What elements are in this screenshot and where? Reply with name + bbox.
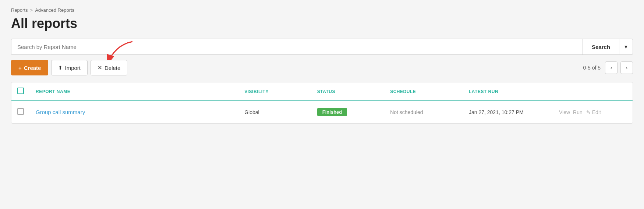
search-button[interactable]: Search [583,39,619,55]
view-action-link[interactable]: View [559,109,570,115]
import-label: Import [65,65,81,71]
row-checkbox[interactable] [17,108,24,115]
delete-x-icon: ✕ [98,64,102,71]
pagination-info: 0-5 of 5 [583,65,601,71]
report-name-link[interactable]: Group call summary [36,109,85,115]
header-checkbox-cell[interactable] [11,82,30,101]
col-header-schedule: Schedule [384,82,463,101]
pagination-next-button[interactable]: › [620,61,633,74]
toolbar: + Create ⬆ Import ✕ Delete 0-5 of 5 ‹ › [11,60,633,75]
create-label: Create [24,65,41,71]
chevron-right-icon: › [626,65,628,71]
header-checkbox[interactable] [17,88,24,94]
reports-table: Report Name Visibility Status Schedule L… [11,82,633,124]
status-badge: Finished [317,108,347,116]
row-report-name: Group call summary [30,101,238,123]
row-checkbox-cell[interactable] [11,101,30,123]
row-latest-run: Jan 27, 2021, 10:27 PM [463,101,553,123]
chevron-left-icon: ‹ [611,65,612,71]
breadcrumb-advanced: Advanced Reports [35,7,74,13]
delete-button[interactable]: ✕ Delete [91,60,127,75]
edit-icon: ✎ [586,109,591,115]
breadcrumb-reports[interactable]: Reports [11,7,28,13]
schedule-text: Not scheduled [390,109,423,115]
latest-run-text: Jan 27, 2021, 10:27 PM [469,109,524,115]
toolbar-left: + Create ⬆ Import ✕ Delete [11,60,127,75]
col-header-status: Status [311,82,384,101]
pagination-prev-button[interactable]: ‹ [605,61,618,74]
create-button[interactable]: + Create [11,60,48,75]
import-icon: ⬆ [58,65,63,71]
page-title: All reports [11,16,633,31]
search-dropdown-button[interactable]: ▼ [619,39,633,55]
delete-label: Delete [105,65,120,71]
row-actions: View Run ✎ Edit [553,101,633,123]
run-action-link[interactable]: Run [573,109,583,115]
row-status: Finished [311,101,384,123]
col-header-actions [553,82,633,101]
col-header-visibility: Visibility [238,82,311,101]
chevron-down-icon: ▼ [624,44,629,50]
row-schedule: Not scheduled [384,101,463,123]
action-links: View Run ✎ Edit [559,109,627,115]
table-header-row: Report Name Visibility Status Schedule L… [11,82,633,101]
row-visibility: Global [238,101,311,123]
edit-action-link[interactable]: Edit [592,109,601,115]
import-button[interactable]: ⬆ Import [51,60,88,75]
breadcrumb: Reports > Advanced Reports [11,7,633,13]
breadcrumb-separator: > [30,7,33,13]
search-bar: Search ▼ [11,39,633,55]
search-input[interactable] [11,39,583,55]
col-header-latest-run: Latest Run [463,82,553,101]
table-row: Group call summary Global Finished Not s… [11,101,633,123]
col-header-name: Report Name [30,82,238,101]
plus-icon: + [18,65,22,71]
pagination: 0-5 of 5 ‹ › [583,61,633,74]
